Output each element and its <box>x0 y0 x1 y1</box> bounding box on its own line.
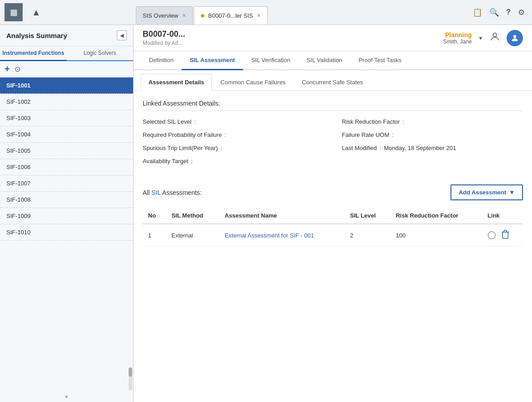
sidebar: Analysis Summary ◀ Instrumented Function… <box>0 25 134 402</box>
content-header: B0007-00... Modified by Ad... Planning S… <box>134 25 532 51</box>
cell-sil-method: External <box>166 224 219 247</box>
sub-tabs: Assessment Details Common Cause Failures… <box>134 74 532 91</box>
tab-sis-overview[interactable]: SIS Overview ✕ <box>136 6 193 24</box>
link-radio-button[interactable] <box>488 231 496 239</box>
sidebar-collapse-button[interactable]: ◀ <box>117 30 127 40</box>
cell-assessment-name[interactable]: External Assessment for SIF - 001 <box>219 224 345 247</box>
content-title-area: B0007-00... Modified by Ad... <box>143 29 185 46</box>
page-title: B0007-00... <box>143 29 185 39</box>
sidebar-item-sif1001[interactable]: SIF-1001 <box>0 77 133 94</box>
status-badge: Planning <box>443 31 472 39</box>
top-bar: ▦ ▲ SIS Overview ✕ ◆ B0007-0...ler SIS ✕… <box>0 0 532 25</box>
tabs-bar: SIS Overview ✕ ◆ B0007-0...ler SIS ✕ <box>136 0 465 24</box>
detail-row-availability: Availability Target : <box>143 158 324 165</box>
sidebar-item-sif1004[interactable]: SIF-1004 <box>0 126 133 143</box>
sidebar-item-sif1009[interactable]: SIF-1009 <box>0 208 133 224</box>
sub-tab-common-cause[interactable]: Common Cause Failures <box>213 74 293 90</box>
detail-colon: : <box>225 131 226 138</box>
sil-text: SIL <box>151 189 161 196</box>
filter-button[interactable]: ⊙ <box>14 65 20 73</box>
top-bar-left: ▦ ▲ <box>0 3 136 21</box>
detail-colon: : <box>191 158 193 165</box>
content-header-right: Planning Smith, Jane ▼ <box>443 30 523 46</box>
close-icon[interactable]: ✕ <box>182 13 186 19</box>
assessment-table: No SIL Method Assessment Name SIL Level … <box>143 208 523 247</box>
col-header-sil-method: SIL Method <box>166 208 219 224</box>
user-name: Smith, Jane <box>443 39 472 45</box>
document-icon[interactable]: 📋 <box>473 8 482 17</box>
sidebar-item-sif1005[interactable]: SIF-1005 <box>0 143 133 159</box>
sidebar-item-sif1003[interactable]: SIF-1003 <box>0 110 133 126</box>
sub-tab-assessment-details[interactable]: Assessment Details <box>141 74 212 91</box>
sidebar-toolbar: + ⊙ <box>0 61 133 77</box>
sidebar-title: Analysis Summary <box>6 32 67 39</box>
tab-sil-assessment[interactable]: SIL Assessment <box>182 51 243 70</box>
table-row: 1 External External Assessment for SIF -… <box>143 224 523 247</box>
detail-colon: : <box>379 145 381 151</box>
detail-row-prob-failure: Required Probability of Failure : <box>143 131 324 138</box>
detail-label: Failure Rate UOM <box>342 131 389 138</box>
sidebar-item-sif1008[interactable]: SIF-1008 <box>0 192 133 208</box>
add-assessment-button[interactable]: Add Assessment ▼ <box>451 184 523 200</box>
triangle-icon[interactable]: ▲ <box>27 3 45 21</box>
svg-point-1 <box>513 35 517 38</box>
tab-sil-verification[interactable]: SIL Verification <box>243 51 298 70</box>
tab-b0007[interactable]: ◆ B0007-0...ler SIS ✕ <box>194 6 268 24</box>
scroll-down-arrow[interactable]: ▼ <box>0 392 133 402</box>
content-area: B0007-00... Modified by Ad... Planning S… <box>134 25 532 402</box>
tab-proof-test[interactable]: Proof Test Tasks <box>350 51 410 70</box>
user-profile-icon[interactable] <box>489 31 500 44</box>
sidebar-item-sif1007[interactable]: SIF-1007 <box>0 175 133 192</box>
top-bar-right: 📋 🔍 ? ⚙ <box>465 8 532 17</box>
linked-assessment-title: Linked Assessment Details: <box>143 100 523 111</box>
app-icon[interactable]: ▦ <box>5 3 23 21</box>
tab-definition[interactable]: Definition <box>141 51 182 70</box>
detail-label: Last Modified <box>342 145 377 151</box>
close-icon[interactable]: ✕ <box>257 13 261 19</box>
search-icon[interactable]: 🔍 <box>489 8 499 17</box>
svg-point-0 <box>493 33 497 37</box>
main-layout: Analysis Summary ◀ Instrumented Function… <box>0 25 532 402</box>
sub-tab-concurrent-safe[interactable]: Concurrent Safe States <box>294 74 371 90</box>
sidebar-header: Analysis Summary ◀ <box>0 25 133 46</box>
detail-colon: : <box>403 118 404 125</box>
detail-value: Monday, 18 September 201 <box>384 145 456 151</box>
details-right: Risk Reduction Factor : Failure Rate UOM… <box>342 118 523 171</box>
detail-row-sil-level: Selected SIL Level : <box>143 118 324 125</box>
delete-icon[interactable] <box>501 230 509 241</box>
detail-row-last-modified: Last Modified : Monday, 18 September 201 <box>342 145 523 151</box>
sidebar-item-sif1002[interactable]: SIF-1002 <box>0 94 133 110</box>
cell-no: 1 <box>143 224 166 247</box>
sidebar-tab-instrumented[interactable]: Instrumented Functions <box>0 46 67 61</box>
main-content: Linked Assessment Details: Selected SIL … <box>134 91 532 402</box>
all-sil-header: All SIL Assessments: Add Assessment ▼ <box>143 184 523 200</box>
detail-label: Spurious Trip Limit(Per Year) <box>143 145 218 151</box>
col-header-link: Link <box>482 208 523 224</box>
detail-label: Selected SIL Level <box>143 118 192 125</box>
sidebar-tab-logic[interactable]: Logic Solvers <box>67 46 133 60</box>
tab-label: SIS Overview <box>143 12 178 19</box>
tab-diamond-icon: ◆ <box>201 12 205 19</box>
col-header-risk-reduction: Risk Reduction Factor <box>390 208 482 224</box>
nav-tabs: Definition SIL Assessment SIL Verificati… <box>134 51 532 70</box>
cell-link <box>482 224 523 247</box>
col-header-no: No <box>143 208 166 224</box>
detail-row-risk-reduction: Risk Reduction Factor : <box>342 118 523 125</box>
sidebar-item-sif1006[interactable]: SIF-1006 <box>0 159 133 175</box>
detail-label: Risk Reduction Factor <box>342 118 400 125</box>
add-item-button[interactable]: + <box>5 64 10 74</box>
detail-colon: : <box>392 131 394 138</box>
tab-sil-validation[interactable]: SIL Validation <box>298 51 350 70</box>
status-dropdown-icon[interactable]: ▼ <box>478 35 483 41</box>
help-icon[interactable]: ? <box>506 8 511 17</box>
details-grid: Selected SIL Level : Required Probabilit… <box>143 118 523 171</box>
status-area: Planning Smith, Jane <box>443 31 472 45</box>
tab-label: B0007-0...ler SIS <box>208 12 253 19</box>
detail-label: Availability Target <box>143 158 188 165</box>
assessment-name-link[interactable]: External Assessment for SIF - 001 <box>225 232 314 239</box>
detail-row-failure-rate: Failure Rate UOM : <box>342 131 523 138</box>
sidebar-item-sif1010[interactable]: SIF-1010 <box>0 224 133 241</box>
detail-row-spurious: Spurious Trip Limit(Per Year) : <box>143 145 324 151</box>
settings-icon[interactable]: ⚙ <box>518 8 525 17</box>
detail-colon: : <box>194 118 196 125</box>
